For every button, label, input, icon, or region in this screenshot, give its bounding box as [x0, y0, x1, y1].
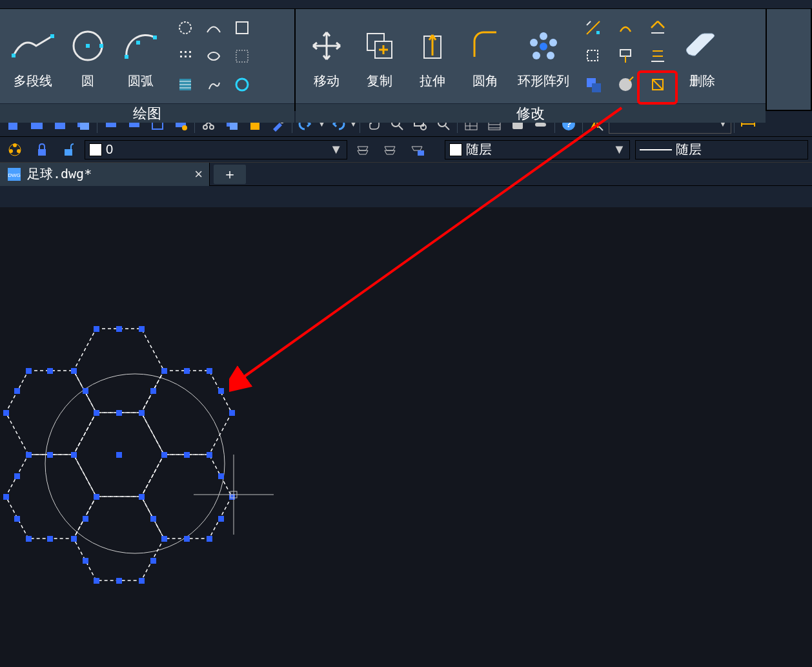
svg-rect-124 [150, 388, 156, 394]
draw-small-7[interactable] [172, 71, 199, 98]
move-button[interactable]: 移动 [301, 14, 352, 98]
color-dropdown[interactable]: 随层 ▼ [445, 140, 631, 159]
file-tab-active[interactable]: DWG 足球.dwg* × [0, 163, 210, 186]
array-label: 环形阵列 [518, 72, 569, 90]
svg-rect-131 [161, 452, 167, 458]
stretch-button[interactable]: 拉伸 [407, 14, 458, 98]
arc-button[interactable]: 圆弧 [115, 14, 167, 98]
drawing-canvas[interactable] [0, 207, 812, 667]
svg-rect-10 [180, 51, 182, 53]
modify-small-8[interactable] [612, 71, 639, 98]
linetype-label: 随层 [676, 141, 702, 158]
svg-rect-115 [184, 368, 190, 374]
dwg-file-icon: DWG [6, 167, 22, 182]
menu-file[interactable]: 文件 [26, 0, 49, 1]
svg-rect-95 [65, 149, 72, 156]
svg-rect-14 [185, 56, 187, 57]
color-label: 随层 [466, 141, 492, 158]
draw-small-8[interactable] [200, 71, 227, 98]
svg-rect-7 [136, 41, 140, 45]
svg-rect-117 [3, 410, 9, 416]
svg-rect-3 [86, 44, 90, 48]
svg-rect-144 [71, 536, 77, 542]
svg-rect-122 [14, 388, 20, 394]
svg-rect-146 [184, 536, 190, 542]
svg-rect-15 [189, 56, 191, 57]
svg-marker-104 [141, 371, 232, 455]
draw-small-5[interactable] [200, 43, 227, 70]
array-button[interactable]: 环形阵列 [513, 14, 574, 98]
svg-line-73 [445, 126, 449, 130]
arc-icon [121, 23, 160, 68]
menu-online[interactable]: 在线 [596, 0, 620, 1]
svg-rect-0 [12, 54, 15, 57]
menu-bar: 文件 插入 注释 视图 主页 管理 输出 扩展工具 在线 ArcGIS APP [0, 0, 812, 9]
copy-button[interactable]: 复制 [354, 14, 405, 98]
modify-small-9[interactable] [644, 71, 671, 98]
new-tab-button[interactable]: ＋ [214, 165, 246, 184]
svg-point-27 [540, 32, 547, 40]
layer-state1[interactable] [352, 139, 374, 161]
linetype-dropdown[interactable]: 随层 [635, 140, 808, 159]
file-tab-bar: DWG 足球.dwg* × ＋ [0, 163, 812, 186]
svg-point-29 [549, 39, 557, 46]
modify-panel-tab[interactable]: 修改 [296, 103, 766, 123]
svg-marker-107 [74, 497, 164, 580]
modify-small-6[interactable] [644, 43, 671, 70]
stretch-label: 拉伸 [420, 72, 445, 90]
svg-point-93 [17, 149, 21, 153]
svg-rect-64 [230, 122, 238, 130]
menu-manage[interactable]: 管理 [368, 0, 391, 1]
layer-state2[interactable] [379, 139, 401, 161]
polyline-button[interactable]: 多段线 [5, 14, 61, 98]
modify-small-3[interactable] [644, 14, 671, 41]
svg-rect-119 [116, 410, 122, 416]
menu-view[interactable]: 视图 [231, 0, 254, 1]
menu-app[interactable]: APP [747, 0, 771, 1]
eraser-icon [684, 23, 721, 68]
svg-marker-105 [6, 455, 96, 539]
circle-label: 圆 [81, 72, 94, 90]
delete-button[interactable]: 删除 [676, 14, 728, 98]
svg-rect-35 [596, 31, 600, 34]
fillet-button[interactable]: 圆角 [460, 14, 511, 98]
svg-rect-151 [116, 578, 122, 584]
svg-rect-114 [47, 368, 53, 374]
svg-rect-153 [116, 452, 122, 458]
svg-point-100 [45, 374, 225, 553]
draw-small-6[interactable] [228, 43, 256, 70]
draw-small-1[interactable] [172, 14, 199, 41]
menu-annotate[interactable]: 注释 [163, 0, 186, 1]
svg-rect-16 [236, 50, 248, 62]
svg-point-92 [9, 149, 13, 153]
menu-arcgis[interactable]: ArcGIS [665, 0, 702, 1]
layer-lock-icon[interactable] [31, 139, 53, 161]
svg-rect-123 [83, 388, 88, 394]
menu-insert[interactable]: 插入 [94, 0, 117, 1]
array-icon [525, 23, 562, 68]
modify-small-1[interactable] [580, 14, 607, 41]
modify-small-4[interactable] [580, 43, 607, 70]
draw-small-2[interactable] [200, 14, 227, 41]
draw-panel-tab[interactable]: 绘图 [0, 103, 294, 123]
close-tab-icon[interactable]: × [194, 166, 203, 183]
draw-small-3[interactable] [228, 14, 256, 41]
layer-dropdown[interactable]: 0 ▼ [85, 140, 347, 159]
layer-state3[interactable] [406, 139, 428, 161]
draw-small-4[interactable] [172, 43, 199, 70]
layer-mgr-icon[interactable] [4, 139, 26, 161]
menu-output[interactable]: 输出 [436, 0, 460, 1]
menu-ext[interactable]: 扩展工具 [505, 0, 551, 1]
stretch-icon [415, 23, 450, 68]
modify-small-7[interactable] [580, 71, 607, 98]
svg-rect-120 [139, 410, 145, 416]
svg-rect-1 [50, 34, 54, 38]
modify-small-5[interactable] [612, 43, 639, 70]
modify-small-2[interactable] [612, 14, 639, 41]
svg-rect-149 [150, 558, 156, 564]
circle-button[interactable]: 圆 [62, 14, 114, 98]
menu-home[interactable]: 主页 [299, 0, 323, 1]
draw-small-9[interactable] [228, 71, 256, 98]
move-label: 移动 [314, 72, 340, 90]
layer-unlock-icon[interactable] [57, 139, 79, 161]
